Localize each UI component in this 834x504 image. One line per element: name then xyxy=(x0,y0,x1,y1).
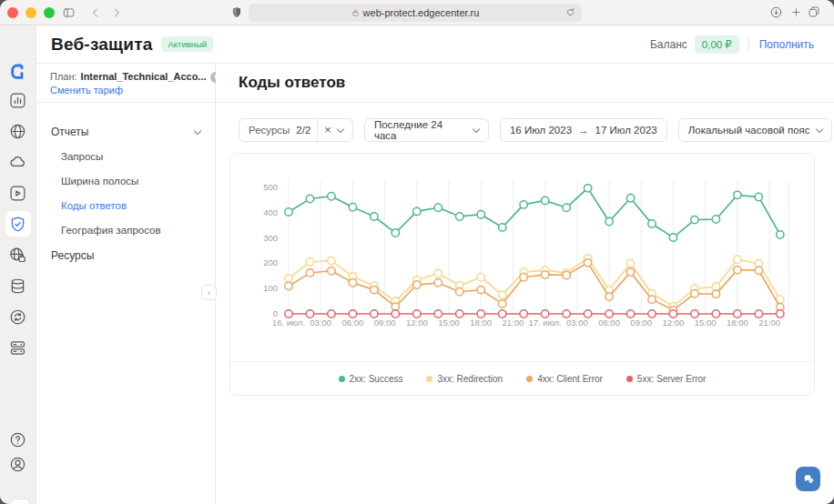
rail-cloud-icon[interactable] xyxy=(5,149,31,175)
rail-streaming-icon[interactable] xyxy=(5,180,31,206)
change-tariff-link[interactable]: Сменить тариф xyxy=(50,84,204,97)
data-point[interactable] xyxy=(371,286,378,293)
data-point[interactable] xyxy=(413,310,421,318)
sidebar-item-requests[interactable]: Запросы xyxy=(36,144,215,168)
data-point[interactable] xyxy=(520,273,527,280)
data-point[interactable] xyxy=(477,273,484,280)
data-point[interactable] xyxy=(605,293,613,300)
chat-button[interactable] xyxy=(796,467,820,491)
legend-item[interactable]: 3xx: Redirection xyxy=(426,374,503,384)
data-point[interactable] xyxy=(306,310,313,318)
topup-link[interactable]: Пополнить xyxy=(759,38,814,51)
tab-overview-icon[interactable] xyxy=(808,5,820,18)
data-point[interactable] xyxy=(563,310,570,318)
data-point[interactable] xyxy=(520,201,527,208)
data-point[interactable] xyxy=(434,279,442,287)
period-filter[interactable]: Последние 24 часа xyxy=(364,118,489,142)
collapse-sidebar-handle[interactable]: ‹ xyxy=(201,285,217,300)
data-point[interactable] xyxy=(712,283,719,290)
data-point[interactable] xyxy=(328,193,335,200)
rail-dns-icon[interactable] xyxy=(5,242,31,267)
data-point[interactable] xyxy=(669,310,676,318)
data-point[interactable] xyxy=(306,269,313,277)
data-point[interactable] xyxy=(541,310,548,318)
new-tab-icon[interactable] xyxy=(790,6,802,18)
data-point[interactable] xyxy=(626,194,634,201)
data-point[interactable] xyxy=(563,271,570,278)
data-point[interactable] xyxy=(777,231,784,238)
data-point[interactable] xyxy=(648,296,656,303)
data-point[interactable] xyxy=(285,275,292,282)
clear-icon[interactable]: × xyxy=(324,124,331,136)
close-window-button[interactable] xyxy=(7,7,18,18)
help-icon[interactable] xyxy=(5,427,31,452)
sidebar-item-reports[interactable]: Отчеты xyxy=(36,120,215,144)
data-point[interactable] xyxy=(691,290,698,297)
legend-item[interactable]: 4xx: Client Error xyxy=(526,374,603,384)
data-point[interactable] xyxy=(712,290,719,297)
data-point[interactable] xyxy=(648,310,656,318)
data-point[interactable] xyxy=(541,197,548,204)
date-range-filter[interactable]: 16 Июл 2023 → 17 Июл 2023 xyxy=(500,118,667,142)
address-bar[interactable]: web-protect.edgecenter.ru xyxy=(249,4,582,22)
data-point[interactable] xyxy=(499,310,506,318)
data-point[interactable] xyxy=(691,310,698,318)
data-point[interactable] xyxy=(349,203,356,210)
forward-icon[interactable] xyxy=(111,7,122,18)
data-point[interactable] xyxy=(328,257,335,264)
data-point[interactable] xyxy=(456,310,463,318)
data-point[interactable] xyxy=(328,267,335,275)
data-point[interactable] xyxy=(626,268,634,276)
rail-cdn-icon[interactable] xyxy=(5,118,31,144)
sidebar-toggle-icon[interactable] xyxy=(62,6,76,19)
data-point[interactable] xyxy=(755,310,762,318)
back-icon[interactable] xyxy=(90,7,101,18)
data-point[interactable] xyxy=(584,310,591,318)
data-point[interactable] xyxy=(328,310,335,318)
data-point[interactable] xyxy=(584,185,591,192)
data-point[interactable] xyxy=(499,291,506,298)
data-point[interactable] xyxy=(392,310,399,318)
privacy-shield-icon[interactable] xyxy=(230,5,243,19)
data-point[interactable] xyxy=(371,213,378,220)
sidebar-item-bandwidth[interactable]: Ширина полосы xyxy=(36,168,215,193)
rail-web-protection-shield-icon[interactable] xyxy=(5,211,31,237)
legend-item[interactable]: 2xx: Success xyxy=(339,374,403,384)
minimize-window-button[interactable] xyxy=(25,7,36,18)
data-point[interactable] xyxy=(434,310,442,318)
data-point[interactable] xyxy=(755,193,762,200)
data-point[interactable] xyxy=(691,216,698,223)
data-point[interactable] xyxy=(626,310,634,318)
data-point[interactable] xyxy=(734,256,741,263)
data-point[interactable] xyxy=(371,310,378,318)
data-point[interactable] xyxy=(669,234,676,241)
data-point[interactable] xyxy=(306,195,313,202)
data-point[interactable] xyxy=(306,258,313,266)
expand-rail-button[interactable]: › xyxy=(10,499,30,504)
download-icon[interactable] xyxy=(769,5,783,19)
sidebar-item-resources[interactable]: Ресурсы xyxy=(36,244,215,267)
data-point[interactable] xyxy=(413,207,421,215)
data-point[interactable] xyxy=(777,310,784,318)
data-point[interactable] xyxy=(477,211,484,218)
data-point[interactable] xyxy=(413,281,421,288)
data-point[interactable] xyxy=(349,310,356,318)
account-icon[interactable] xyxy=(5,451,31,477)
data-point[interactable] xyxy=(499,300,506,307)
zoom-window-button[interactable] xyxy=(44,7,55,18)
resources-filter[interactable]: Ресурсы 2/2 × xyxy=(239,118,353,142)
data-point[interactable] xyxy=(434,204,442,211)
data-point[interactable] xyxy=(541,271,548,278)
data-point[interactable] xyxy=(755,267,762,274)
data-point[interactable] xyxy=(456,288,463,296)
data-point[interactable] xyxy=(349,279,356,287)
data-point[interactable] xyxy=(392,229,399,237)
data-point[interactable] xyxy=(734,266,741,273)
data-point[interactable] xyxy=(563,204,570,211)
data-point[interactable] xyxy=(712,216,719,223)
response-codes-chart[interactable]: 16. июл.03:0006:0009:0012:0015:0018:0021… xyxy=(230,154,816,361)
legend-item[interactable]: 5xx: Server Error xyxy=(626,374,707,384)
rail-storage-icon[interactable] xyxy=(5,273,31,298)
sidebar-item-response-codes[interactable]: Коды ответов xyxy=(36,193,215,217)
data-point[interactable] xyxy=(734,191,741,198)
